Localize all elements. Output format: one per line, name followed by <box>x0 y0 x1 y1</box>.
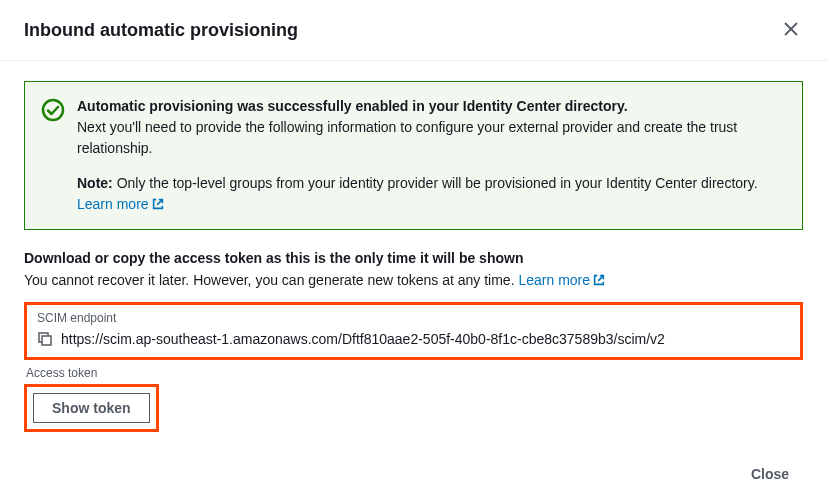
modal-footer: Close <box>713 448 827 504</box>
download-heading: Download or copy the access token as thi… <box>24 250 803 266</box>
modal-title: Inbound automatic provisioning <box>24 20 298 41</box>
svg-rect-6 <box>42 336 51 345</box>
success-check-icon <box>41 98 65 122</box>
svg-point-2 <box>43 100 63 120</box>
success-text: Next you'll need to provide the followin… <box>77 117 786 159</box>
success-content: Automatic provisioning was successfully … <box>77 96 786 215</box>
note-label: Note: <box>77 175 113 191</box>
download-text: You cannot recover it later. However, yo… <box>24 272 803 288</box>
access-token-label: Access token <box>26 366 803 380</box>
scim-endpoint-highlight: SCIM endpoint https://scim.ap-southeast-… <box>24 302 803 360</box>
copy-icon[interactable] <box>37 331 53 347</box>
note-text: Only the top-level groups from your iden… <box>113 175 758 191</box>
svg-line-3 <box>157 200 162 205</box>
modal-body: Automatic provisioning was successfully … <box>0 61 827 452</box>
learn-more-link[interactable]: Learn more <box>77 196 165 212</box>
modal-header: Inbound automatic provisioning <box>0 0 827 61</box>
scim-endpoint-row: https://scim.ap-southeast-1.amazonaws.co… <box>37 331 790 347</box>
external-link-icon <box>592 273 606 287</box>
success-note: Note: Only the top-level groups from you… <box>77 173 786 215</box>
external-link-icon <box>151 196 165 210</box>
learn-more-link-2[interactable]: Learn more <box>518 272 606 288</box>
success-alert: Automatic provisioning was successfully … <box>24 81 803 230</box>
show-token-button[interactable]: Show token <box>33 393 150 423</box>
scim-endpoint-label: SCIM endpoint <box>37 311 790 325</box>
scim-endpoint-value: https://scim.ap-southeast-1.amazonaws.co… <box>61 331 665 347</box>
close-button[interactable]: Close <box>739 460 801 488</box>
close-icon[interactable] <box>779 16 803 44</box>
show-token-highlight: Show token <box>24 384 159 432</box>
success-title: Automatic provisioning was successfully … <box>77 98 628 114</box>
